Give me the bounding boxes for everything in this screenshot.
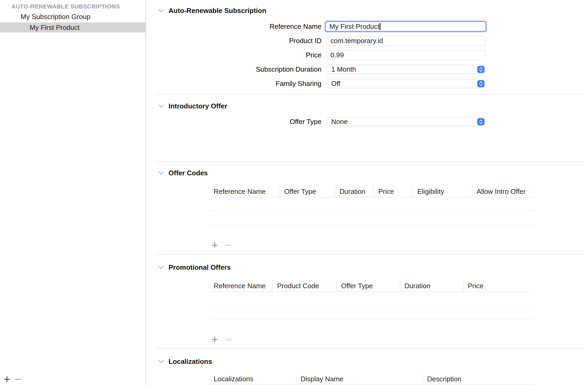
- remove-offer-code-button[interactable]: −: [224, 239, 233, 251]
- editor-content: Auto-Renewable Subscription Reference Na…: [146, 0, 588, 385]
- subscription-duration-popup[interactable]: 1 Month: [327, 65, 486, 74]
- column-header: Price: [374, 186, 413, 197]
- sidebar-item-my-first-product[interactable]: My First Product: [0, 22, 146, 33]
- section-title: Promotional Offers: [169, 263, 231, 272]
- disclosure-chevron-icon[interactable]: [157, 357, 166, 366]
- column-header: Duration: [400, 280, 463, 292]
- column-header: Duration: [335, 186, 374, 197]
- up-down-stepper-icon[interactable]: [477, 118, 484, 125]
- disclosure-chevron-icon[interactable]: [157, 168, 166, 177]
- family-sharing-label: Family Sharing: [146, 79, 321, 88]
- section-title: Offer Codes: [169, 169, 208, 177]
- column-header: Reference Name: [209, 186, 280, 197]
- column-header: Eligibility: [413, 186, 472, 197]
- section-header-offer-codes: Offer Codes: [157, 168, 208, 177]
- subscription-duration-label: Subscription Duration: [146, 65, 321, 74]
- offer-type-label: Offer Type: [146, 117, 321, 126]
- offer-codes-table-header: Reference Name Offer Type Duration Price…: [209, 186, 534, 198]
- section-divider: [155, 254, 584, 255]
- column-header: Reference Name: [209, 280, 273, 292]
- up-down-stepper-icon[interactable]: [477, 66, 484, 73]
- promotional-offers-table: Reference Name Product Code Offer Type D…: [209, 280, 534, 319]
- subscription-duration-value: 1 Month: [331, 65, 356, 73]
- sidebar-item-label: My First Product: [30, 22, 146, 33]
- promotional-offers-controls: + −: [210, 334, 233, 345]
- price-input[interactable]: 0.99: [327, 50, 486, 60]
- section-divider: [155, 161, 584, 162]
- offer-codes-table: Reference Name Offer Type Duration Price…: [209, 186, 534, 225]
- sidebar: AUTO-RENEWABLE SUBSCRIPTIONS My Subscrip…: [0, 0, 146, 385]
- column-header: Display Name: [296, 374, 423, 384]
- column-header: Offer Type: [337, 280, 400, 292]
- storekit-config-editor: AUTO-RENEWABLE SUBSCRIPTIONS My Subscrip…: [0, 0, 588, 385]
- reference-name-input[interactable]: My First Product: [326, 22, 486, 31]
- family-sharing-popup[interactable]: Off: [327, 79, 486, 88]
- focus-ring: My First Product: [325, 21, 487, 32]
- table-row: [209, 292, 534, 306]
- column-header: Product Code: [273, 280, 337, 292]
- section-title: Auto-Renewable Subscription: [169, 7, 266, 15]
- disclosure-chevron-icon[interactable]: [157, 102, 166, 111]
- price-label: Price: [146, 50, 321, 60]
- localizations-table-header: Localizations Display Name Description: [209, 374, 534, 385]
- offer-type-popup[interactable]: None: [327, 117, 486, 126]
- sidebar-item-label: My Subscription Group: [21, 12, 146, 22]
- offer-type-value: None: [331, 118, 348, 126]
- product-id-label: Product ID: [146, 36, 321, 45]
- up-down-stepper-icon[interactable]: [477, 80, 484, 87]
- table-row: [209, 198, 534, 211]
- column-header: Price: [463, 280, 534, 292]
- family-sharing-value: Off: [331, 80, 340, 88]
- column-header: Allow Intro Offer: [472, 186, 534, 197]
- remove-promotional-offer-button[interactable]: −: [224, 334, 233, 345]
- section-header-promotional-offers: Promotional Offers: [157, 263, 231, 272]
- column-header: Description: [423, 374, 534, 384]
- localizations-table: Localizations Display Name Description: [209, 374, 534, 385]
- section-title: Localizations: [169, 358, 212, 366]
- remove-product-button[interactable]: −: [12, 372, 24, 385]
- offer-codes-controls: + −: [210, 239, 233, 251]
- reference-name-label: Reference Name: [146, 22, 321, 31]
- section-header-localizations: Localizations: [157, 357, 212, 366]
- add-product-button[interactable]: +: [2, 372, 12, 385]
- section-header-introductory-offer: Introductory Offer: [157, 102, 227, 111]
- add-offer-code-button[interactable]: +: [210, 239, 219, 251]
- section-header-subscription: Auto-Renewable Subscription: [157, 6, 266, 15]
- disclosure-chevron-icon[interactable]: [157, 263, 166, 272]
- section-divider: [155, 94, 584, 95]
- table-row: [209, 211, 534, 225]
- promotional-offers-table-header: Reference Name Product Code Offer Type D…: [209, 280, 534, 292]
- text-caret: [380, 23, 380, 30]
- section-title: Introductory Offer: [169, 102, 227, 110]
- sidebar-section-header: AUTO-RENEWABLE SUBSCRIPTIONS: [11, 3, 120, 10]
- sidebar-footer: + −: [2, 372, 24, 385]
- add-promotional-offer-button[interactable]: +: [210, 334, 219, 345]
- disclosure-chevron-icon[interactable]: [157, 6, 166, 15]
- reference-name-value: My First Product: [329, 22, 379, 30]
- column-header: Offer Type: [280, 186, 335, 197]
- section-divider: [155, 348, 584, 349]
- product-id-input[interactable]: com.temporary.id: [327, 36, 486, 45]
- sidebar-item-subscription-group[interactable]: My Subscription Group: [0, 12, 146, 22]
- table-row: [209, 306, 534, 319]
- column-header: Localizations: [209, 374, 296, 384]
